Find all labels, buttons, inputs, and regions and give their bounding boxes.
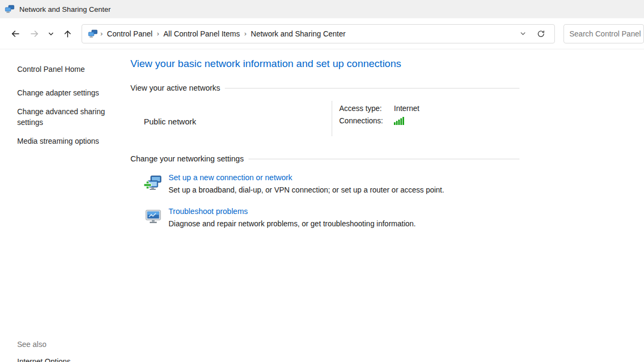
recent-locations-chevron[interactable] [44,25,58,42]
setting-item-troubleshoot: Troubleshoot problems Diagnose and repai… [130,207,519,228]
breadcrumb-control-panel[interactable]: Control Panel [103,29,156,38]
networking-settings-section-header: Change your networking settings [130,154,519,163]
up-button[interactable] [58,25,77,42]
sidebar: Control Panel Home Change adapter settin… [0,49,130,361]
troubleshoot-problems-description: Diagnose and repair network problems, or… [169,219,416,228]
troubleshoot-problems-link[interactable]: Troubleshoot problems [169,207,416,216]
sidebar-item-change-adapter-settings[interactable]: Change adapter settings [17,87,116,98]
network-details: Access type: Internet Connections: [332,100,419,141]
address-location-icon [87,29,98,38]
address-dropdown-chevron[interactable] [514,26,532,42]
breadcrumb-network-and-sharing-center[interactable]: Network and Sharing Center [247,29,349,38]
breadcrumb-all-control-panel-items[interactable]: All Control Panel Items [160,29,244,38]
sidebar-item-internet-options[interactable]: Internet Options [17,357,71,362]
setting-text: Set up a new connection or network Set u… [169,173,444,194]
connections-label: Connections: [339,116,394,125]
active-network-block: Public network Access type: Internet Con… [130,100,519,141]
sidebar-item-media-streaming-options[interactable]: Media streaming options [17,136,116,146]
network-sharing-center-window: Network and Sharing Center [0,0,644,361]
nav-buttons [5,25,77,42]
active-networks-section-header: View your active networks [130,84,519,92]
signal-bars-icon[interactable] [394,117,406,125]
refresh-icon[interactable] [532,26,550,42]
sidebar-item-control-panel-home[interactable]: Control Panel Home [17,65,130,73]
sidebar-item-change-advanced-sharing-settings[interactable]: Change advanced sharing settings [17,106,116,128]
networking-settings-section: Change your networking settings [130,154,519,228]
see-also-heading: See also [17,340,46,349]
search-input[interactable] [569,29,644,38]
titlebar: Network and Sharing Center [0,0,644,18]
main-panel: View your basic network information and … [130,49,519,361]
app-icon [5,5,14,13]
access-type-label: Access type: [339,104,394,113]
section-rule [248,159,519,159]
toolbar: › Control Panel › All Control Panel Item… [0,18,644,49]
troubleshoot-icon[interactable] [144,207,163,226]
active-networks-header-label: View your active networks [130,84,220,92]
network-name: Public network [130,100,332,141]
new-connection-icon[interactable] [144,173,163,193]
forward-button[interactable] [25,25,44,42]
content-area: Control Panel Home Change adapter settin… [0,49,644,361]
back-button[interactable] [5,25,25,42]
connections-row: Connections: [339,116,419,125]
address-bar[interactable]: › Control Panel › All Control Panel Item… [82,24,555,43]
setting-text: Troubleshoot problems Diagnose and repai… [169,207,416,228]
access-type-value: Internet [394,104,419,113]
search-box[interactable] [564,24,644,43]
networking-settings-header-label: Change your networking settings [130,154,244,163]
section-rule [225,88,519,88]
setup-new-connection-link[interactable]: Set up a new connection or network [169,173,444,182]
access-type-row: Access type: Internet [339,104,419,113]
setup-new-connection-description: Set up a broadband, dial-up, or VPN conn… [169,186,444,194]
page-title: View your basic network information and … [130,58,519,70]
window-title: Network and Sharing Center [19,5,111,13]
setting-item-new-connection: Set up a new connection or network Set u… [130,173,519,194]
